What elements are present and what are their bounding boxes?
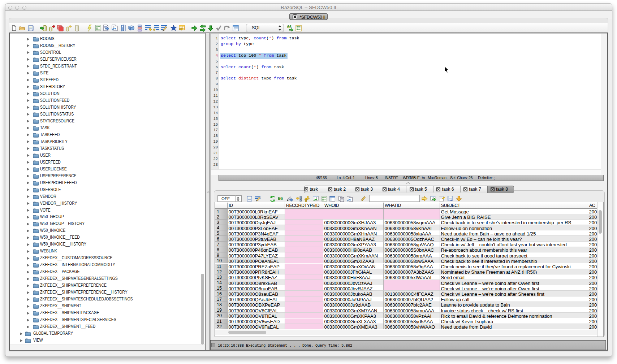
svg-text:66: 66: [287, 25, 292, 29]
svg-text:66: 66: [278, 196, 283, 201]
